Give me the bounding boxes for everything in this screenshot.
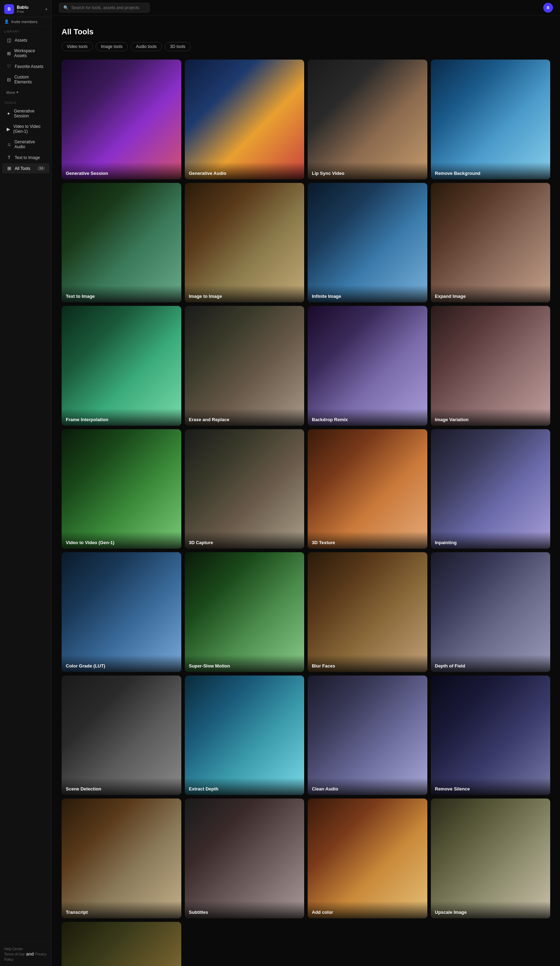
- tool-card-infinite-image[interactable]: Infinite Image: [308, 183, 427, 303]
- tool-card-art-image-variation: [431, 306, 550, 426]
- terms-link[interactable]: Terms of Use: [4, 952, 25, 956]
- all-tools-badge: 34: [37, 166, 45, 171]
- tool-label-add-color: Add color: [308, 901, 427, 918]
- tool-card-lip-sync-video[interactable]: Lip Sync Video: [308, 59, 427, 179]
- tool-label-3d-capture: 3D Capture: [185, 532, 305, 549]
- tool-card-scene-detection[interactable]: Scene Detection: [62, 675, 181, 795]
- tool-card-super-slow-motion[interactable]: Super-Slow Motion: [185, 552, 305, 672]
- sidebar-item-workspace-assets[interactable]: ⊞ Workspace Assets: [2, 46, 49, 61]
- user-plan: Free: [17, 10, 28, 14]
- tool-card-frame-interpolation[interactable]: Frame Interpolation: [62, 306, 181, 426]
- tool-card-backdrop-remix[interactable]: Backdrop Remix: [308, 306, 427, 426]
- tool-card-generative-session[interactable]: Generative Session: [62, 59, 181, 179]
- user-info[interactable]: B Bablu Free: [4, 4, 28, 14]
- workspace-icon: ⊞: [6, 51, 11, 56]
- tool-card-art-image-to-image: [185, 183, 305, 303]
- invite-members-button[interactable]: 👤 Invite members: [0, 17, 51, 26]
- tool-label-subtitles: Subtitles: [185, 901, 305, 918]
- filter-3d-tools[interactable]: 3D tools: [165, 42, 191, 51]
- tool-card-3d-capture[interactable]: 3D Capture: [185, 429, 305, 549]
- tool-card-transcript[interactable]: Transcript: [62, 798, 181, 918]
- tool-card-remove-silence[interactable]: Remove Silence: [431, 675, 550, 795]
- tool-card-subtitles[interactable]: Subtitles: [185, 798, 305, 918]
- tool-label-depth-of-field: Depth of Field: [431, 655, 550, 672]
- tool-card-art-extract-depth: [185, 675, 305, 795]
- user-avatar-top[interactable]: B: [543, 3, 553, 13]
- tool-card-3d-texture[interactable]: 3D Texture: [308, 429, 427, 549]
- tool-card-upscale-image[interactable]: Upscale Image: [431, 798, 550, 918]
- sidebar-item-video-to-video[interactable]: ▶ Video to Video (Gen-1): [2, 122, 49, 136]
- tool-card-color-grade[interactable]: Color Grade (LUT): [62, 552, 181, 672]
- sidebar-item-generative-session[interactable]: ✦ Generative Session: [2, 106, 49, 121]
- tool-label-3d-texture: 3D Texture: [308, 532, 427, 549]
- tool-card-add-color[interactable]: Add color: [308, 798, 427, 918]
- search-bar[interactable]: 🔍: [59, 3, 150, 13]
- tool-card-image-variation[interactable]: Image Variation: [431, 306, 550, 426]
- filter-tabs: Video tools Image tools Audio tools 3D t…: [62, 42, 550, 51]
- tool-card-depth-of-field[interactable]: Depth of Field: [431, 552, 550, 672]
- filter-audio-tools[interactable]: Audio tools: [131, 42, 162, 51]
- sidebar-item-favorite-assets[interactable]: ♡ Favorite Assets: [2, 61, 49, 71]
- sidebar-footer: Help Center Terms of Use and Privacy Pol…: [0, 941, 51, 966]
- more-button[interactable]: More ▾: [2, 88, 49, 97]
- sidebar: B Bablu Free ▾ 👤 Invite members LIBRARY …: [0, 0, 52, 966]
- user-details: Bablu Free: [17, 5, 28, 14]
- tool-card-art-backdrop-remix: [308, 306, 427, 426]
- tool-card-blur-faces[interactable]: Blur Faces: [308, 552, 427, 672]
- sidebar-item-text-to-image[interactable]: T Text to Image: [2, 153, 49, 163]
- tool-label-extract-depth: Extract Depth: [185, 778, 305, 795]
- tools-grid: Generative SessionGenerative AudioLip Sy…: [62, 59, 550, 966]
- video-icon: ▶: [6, 127, 10, 132]
- tool-card-clean-audio[interactable]: Clean Audio: [308, 675, 427, 795]
- tool-card-art-subtitles: [185, 798, 305, 918]
- heart-icon: ♡: [6, 64, 12, 69]
- tool-card-text-to-image[interactable]: Text to Image: [62, 183, 181, 303]
- tool-card-art-scene-detection: [62, 675, 181, 795]
- tool-card-art-erase-and-replace: [185, 306, 305, 426]
- tool-label-upscale-image: Upscale Image: [431, 901, 550, 918]
- sidebar-item-assets[interactable]: ◫ Assets: [2, 35, 49, 45]
- assets-icon: ◫: [6, 38, 12, 43]
- filter-video-tools[interactable]: Video tools: [62, 42, 93, 51]
- tool-card-video-to-video[interactable]: Video to Video (Gen-1): [62, 429, 181, 549]
- sidebar-item-all-tools[interactable]: ⊞ All Tools 34: [2, 163, 49, 173]
- content-area: All Tools Video tools Image tools Audio …: [62, 27, 550, 966]
- tool-card-art-super-slow-motion: [185, 552, 305, 672]
- tool-label-super-slow-motion: Super-Slow Motion: [185, 655, 305, 672]
- tool-card-remove-background[interactable]: Remove Background: [431, 59, 550, 179]
- avatar: B: [4, 4, 14, 14]
- tool-card-extract-depth[interactable]: Extract Depth: [185, 675, 305, 795]
- tool-card-expand-image[interactable]: Expand Image: [431, 183, 550, 303]
- tool-card-generative-audio[interactable]: Generative Audio: [185, 59, 305, 179]
- tool-card-motion-tracking[interactable]: Motion Tracking: [62, 922, 181, 966]
- sidebar-item-custom-elements[interactable]: ⊟ Custom Elements: [2, 72, 49, 87]
- elements-icon: ⊟: [6, 77, 11, 82]
- tool-label-frame-interpolation: Frame Interpolation: [62, 409, 181, 426]
- tool-card-art-inpainting: [431, 429, 550, 549]
- sidebar-item-generative-audio[interactable]: ♫ Generative Audio: [2, 137, 49, 152]
- tool-card-art-color-grade: [62, 552, 181, 672]
- tool-card-art-motion-tracking: [62, 922, 181, 966]
- tool-label-transcript: Transcript: [62, 901, 181, 918]
- tool-card-image-to-image[interactable]: Image to Image: [185, 183, 305, 303]
- tool-card-art-lip-sync-video: [308, 59, 427, 179]
- tool-card-art-frame-interpolation: [62, 306, 181, 426]
- page-title: All Tools: [62, 27, 550, 36]
- filter-image-tools[interactable]: Image tools: [95, 42, 128, 51]
- library-section-label: LIBRARY: [0, 26, 51, 34]
- tool-label-video-to-video: Video to Video (Gen-1): [62, 532, 181, 549]
- search-input[interactable]: [71, 5, 145, 10]
- help-center-link[interactable]: Help Center: [4, 947, 23, 951]
- tool-label-color-grade: Color Grade (LUT): [62, 655, 181, 672]
- tool-card-art-generative-audio: [185, 59, 305, 179]
- topbar: 🔍 B: [52, 0, 560, 15]
- tool-card-inpainting[interactable]: Inpainting: [431, 429, 550, 549]
- text-icon: T: [6, 155, 12, 160]
- chevron-down-icon: ▾: [16, 90, 18, 95]
- tool-card-erase-and-replace[interactable]: Erase and Replace: [185, 306, 305, 426]
- person-icon: 👤: [4, 19, 9, 24]
- tool-label-clean-audio: Clean Audio: [308, 778, 427, 795]
- tools-section-label: TOOLS: [0, 97, 51, 106]
- tool-label-image-to-image: Image to Image: [185, 285, 305, 302]
- tool-card-art-video-to-video: [62, 429, 181, 549]
